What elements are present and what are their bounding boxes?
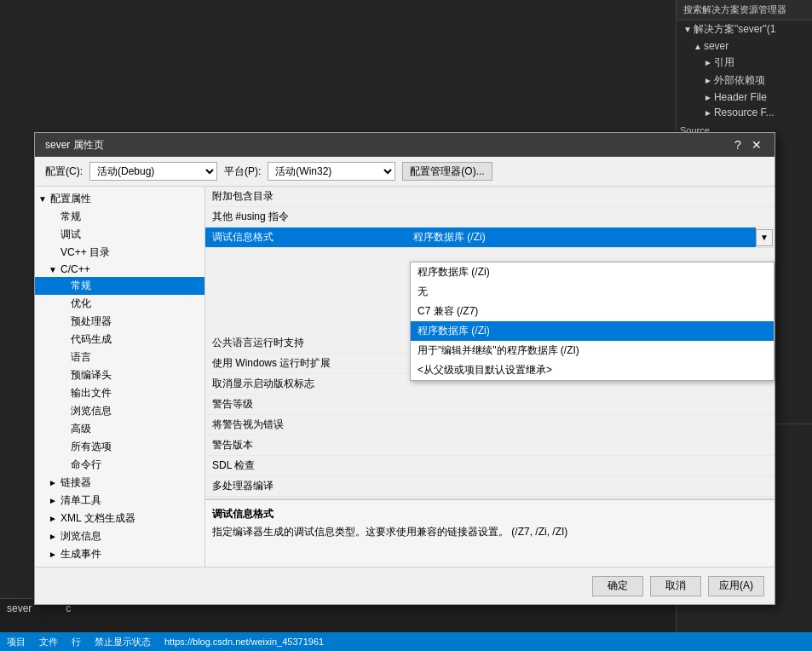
description-area: 调试信息格式 指定编译器生成的调试信息类型。这要求使用兼容的链接器设置。 (/Z… bbox=[205, 498, 775, 567]
tree-node-debug[interactable]: 调试 bbox=[35, 226, 204, 244]
option-c7[interactable]: C7 兼容 (/Z7) bbox=[411, 302, 774, 321]
platform-dropdown[interactable]: 活动(Win32) bbox=[268, 162, 395, 181]
tree-node-browse[interactable]: ►浏览信息 bbox=[35, 527, 204, 545]
prop-row-using[interactable]: 其他 #using 指令 bbox=[205, 207, 775, 228]
tree-node-cpp-general[interactable]: 常规 bbox=[35, 277, 204, 295]
prop-name-treat-warning: 将警告视为错误 bbox=[212, 418, 417, 432]
config-manager-button[interactable]: 配置管理器(O)... bbox=[402, 162, 492, 181]
tree-node-output-files[interactable]: 输出文件 bbox=[35, 384, 204, 402]
prop-row-include-dirs[interactable]: 附加包含目录 bbox=[205, 187, 775, 207]
close-button[interactable]: ✕ bbox=[749, 137, 764, 153]
prop-name-sdl: SDL 检查 bbox=[212, 458, 417, 473]
tree-node-codegen[interactable]: 代码生成 bbox=[35, 331, 204, 349]
option-none[interactable]: 无 bbox=[411, 282, 774, 302]
tree-node-browse-info[interactable]: 浏览信息 bbox=[35, 402, 204, 420]
dialog-titlebar: sever 属性页 ? ✕ bbox=[35, 133, 775, 157]
tree-node-preprocessor[interactable]: 预处理器 bbox=[35, 313, 204, 331]
tree-node-cmdline[interactable]: 命令行 bbox=[35, 456, 204, 474]
prop-name-mp: 多处理器编译 bbox=[212, 479, 417, 493]
tree-node-linker[interactable]: ►链接器 bbox=[35, 474, 204, 492]
prop-row-sdl[interactable]: SDL 检查 bbox=[205, 456, 775, 476]
tree-node-optimize[interactable]: 优化 bbox=[35, 295, 204, 313]
option-edit-continue[interactable]: 用于"编辑并继续"的程序数据库 (/ZI) bbox=[411, 341, 774, 360]
dialog-controls: ? ✕ bbox=[730, 137, 764, 153]
cancel-button[interactable]: 取消 bbox=[650, 576, 701, 596]
help-button[interactable]: ? bbox=[730, 137, 746, 153]
prop-value-debug-format: 程序数据库 (/Zi) bbox=[410, 228, 756, 247]
option-pdb-zi-top[interactable]: 程序数据库 (/Zi) bbox=[411, 262, 774, 282]
tree-node-xml-gen[interactable]: ►XML 文档生成器 bbox=[35, 510, 204, 527]
tree-node-manifest[interactable]: ►清单工具 bbox=[35, 492, 204, 510]
description-text: 指定编译器生成的调试信息类型。这要求使用兼容的链接器设置。 (/Z7, /Zi,… bbox=[212, 525, 768, 539]
prop-row-warning-level[interactable]: 警告等级 bbox=[205, 395, 775, 415]
tree-node-config-props[interactable]: ▼配置属性 bbox=[35, 190, 204, 208]
dialog-body: ▼配置属性 常规 调试 VC++ 目录 ▼C/C++ 常规 bbox=[35, 187, 775, 567]
dialog-toolbar: 配置(C): 活动(Debug) 平台(P): 活动(Win32) 配置管理器(… bbox=[35, 157, 775, 187]
description-title: 调试信息格式 bbox=[212, 507, 768, 521]
content-panel: 附加包含目录 其他 #using 指令 调试信息格式 程序数据库 (/Zi) ▼ bbox=[205, 187, 775, 567]
prop-row-warning-version[interactable]: 警告版本 bbox=[205, 435, 775, 456]
prop-name-suppress-banner: 取消显示启动版权标志 bbox=[212, 377, 417, 391]
ok-button[interactable]: 确定 bbox=[592, 576, 643, 596]
tree-node-vc-dirs[interactable]: VC++ 目录 bbox=[35, 244, 204, 262]
tree-node-build-events[interactable]: ►生成事件 bbox=[35, 545, 204, 563]
tree-node-general[interactable]: 常规 bbox=[35, 208, 204, 226]
prop-name-debug-format: 调试信息格式 bbox=[205, 228, 410, 247]
platform-label: 平台(P): bbox=[224, 164, 261, 179]
properties-dialog: sever 属性页 ? ✕ 配置(C): 活动(Debug) 平台(P): 活动… bbox=[34, 132, 775, 605]
property-list: 附加包含目录 其他 #using 指令 调试信息格式 程序数据库 (/Zi) ▼ bbox=[205, 187, 775, 498]
prop-name-include-dirs: 附加包含目录 bbox=[212, 189, 417, 204]
apply-button[interactable]: 应用(A) bbox=[708, 576, 764, 596]
dialog-title: sever 属性页 bbox=[45, 138, 104, 153]
prop-name-clr: 公共语言运行时支持 bbox=[212, 336, 417, 350]
prop-row-debug-format[interactable]: 调试信息格式 程序数据库 (/Zi) ▼ bbox=[205, 228, 775, 248]
config-label: 配置(C): bbox=[45, 164, 83, 179]
tree-node-cpp[interactable]: ▼C/C++ bbox=[35, 262, 204, 277]
dialog-footer: 确定 取消 应用(A) bbox=[35, 567, 775, 604]
tree-panel: ▼配置属性 常规 调试 VC++ 目录 ▼C/C++ 常规 bbox=[35, 187, 205, 567]
tree-node-all-options[interactable]: 所有选项 bbox=[35, 438, 204, 456]
tree-node-pch[interactable]: 预编译头 bbox=[35, 366, 204, 384]
option-inherit[interactable]: <从父级或项目默认设置继承> bbox=[411, 360, 774, 380]
debug-format-dropdown: 程序数据库 (/Zi) 无 C7 兼容 (/Z7) 程序数据库 (/Zi) 用于… bbox=[410, 262, 775, 381]
tree-node-advanced[interactable]: 高级 bbox=[35, 420, 204, 438]
prop-name-winrt: 使用 Windows 运行时扩展 bbox=[212, 356, 417, 371]
config-dropdown[interactable]: 活动(Debug) bbox=[89, 162, 217, 181]
dropdown-arrow[interactable]: ▼ bbox=[756, 229, 773, 246]
prop-name-warning-version: 警告版本 bbox=[212, 438, 417, 452]
prop-name-warning-level: 警告等级 bbox=[212, 397, 417, 412]
option-pdb-zi-selected[interactable]: 程序数据库 (/Zi) bbox=[411, 321, 774, 341]
prop-row-mp[interactable]: 多处理器编译 bbox=[205, 476, 775, 497]
modal-overlay: sever 属性页 ? ✕ 配置(C): 活动(Debug) 平台(P): 活动… bbox=[0, 0, 812, 651]
prop-row-treat-warning[interactable]: 将警告视为错误 bbox=[205, 415, 775, 435]
tree-node-language[interactable]: 语言 bbox=[35, 349, 204, 366]
prop-name-using: 其他 #using 指令 bbox=[212, 210, 417, 224]
